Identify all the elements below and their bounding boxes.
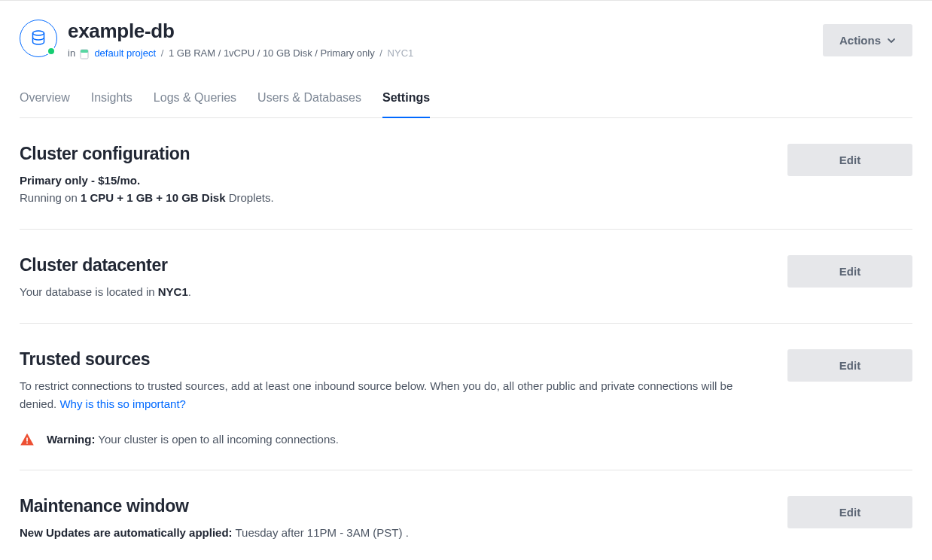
- section-cluster-datacenter: Cluster datacenter Your database is loca…: [20, 230, 912, 324]
- actions-menu-button[interactable]: Actions: [823, 24, 912, 56]
- breadcrumb-in-label: in: [68, 47, 75, 59]
- edit-cluster-config-button[interactable]: Edit: [787, 144, 912, 176]
- tab-logs-queries[interactable]: Logs & Queries: [154, 91, 236, 118]
- database-title: example-db: [68, 20, 413, 43]
- section-maintenance-window: Maintenance window New Updates are autom…: [20, 470, 912, 560]
- section-trusted-sources: Trusted sources To restrict connections …: [20, 324, 912, 470]
- edit-cluster-datacenter-button[interactable]: Edit: [787, 255, 912, 288]
- cluster-datacenter-prefix: Your database is located in: [20, 285, 158, 298]
- cluster-config-plan: Primary only - $15/mo.: [20, 174, 140, 187]
- section-cluster-configuration: Cluster configuration Primary only - $15…: [20, 118, 912, 230]
- breadcrumb: in default project / 1 GB RAM / 1vCPU / …: [68, 47, 413, 59]
- edit-trusted-sources-button[interactable]: Edit: [787, 349, 912, 382]
- trusted-sources-title: Trusted sources: [20, 349, 742, 370]
- cluster-datacenter-title: Cluster datacenter: [20, 255, 742, 275]
- cluster-config-running-prefix: Running on: [20, 191, 81, 204]
- status-indicator-online: [47, 47, 56, 56]
- database-avatar: [20, 20, 57, 57]
- trusted-sources-warning: Warning: Your cluster is open to all inc…: [20, 432, 742, 447]
- project-link[interactable]: default project: [94, 47, 156, 59]
- svg-rect-2: [81, 50, 88, 53]
- cluster-config-running-suffix: Droplets.: [226, 191, 274, 204]
- breadcrumb-specs: 1 GB RAM / 1vCPU / 10 GB Disk / Primary …: [169, 47, 375, 59]
- tab-settings[interactable]: Settings: [382, 91, 430, 118]
- cluster-config-title: Cluster configuration: [20, 144, 742, 164]
- edit-maintenance-button[interactable]: Edit: [787, 496, 912, 528]
- chevron-down-icon: [887, 36, 896, 45]
- maintenance-title: Maintenance window: [20, 496, 742, 516]
- warning-text: Your cluster is open to all incoming con…: [95, 433, 339, 446]
- tab-overview[interactable]: Overview: [20, 91, 70, 118]
- trusted-sources-help-link[interactable]: Why is this so important?: [59, 397, 186, 410]
- tab-users-databases[interactable]: Users & Databases: [257, 91, 361, 118]
- svg-rect-4: [26, 443, 28, 444]
- maintenance-value: Tuesday after 11PM - 3AM (PST) .: [233, 526, 409, 539]
- breadcrumb-region: NYC1: [388, 47, 414, 59]
- cluster-datacenter-suffix: .: [188, 285, 191, 298]
- database-icon: [29, 29, 47, 47]
- cluster-config-running-specs: 1 CPU + 1 GB + 10 GB Disk: [81, 191, 226, 204]
- actions-label: Actions: [839, 34, 881, 47]
- svg-rect-3: [26, 437, 28, 441]
- cluster-datacenter-location: NYC1: [158, 285, 188, 298]
- maintenance-label: New Updates are automatically applied:: [20, 526, 233, 539]
- tab-insights[interactable]: Insights: [91, 91, 132, 118]
- tabs: Overview Insights Logs & Queries Users &…: [20, 91, 912, 118]
- project-icon: [80, 49, 89, 59]
- svg-point-0: [33, 31, 44, 35]
- warning-icon: [20, 432, 35, 447]
- warning-label: Warning:: [47, 433, 95, 446]
